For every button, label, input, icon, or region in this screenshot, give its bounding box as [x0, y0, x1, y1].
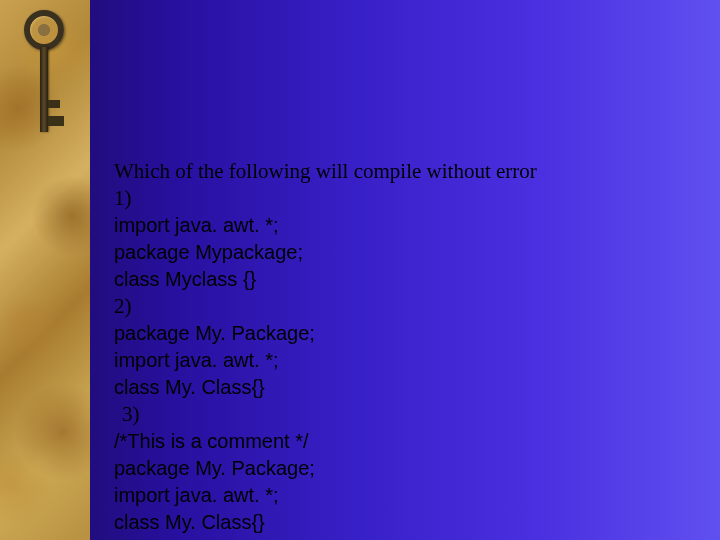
option-1-number: 1): [114, 185, 720, 212]
option-1-code-line: import java. awt. *;: [114, 212, 720, 239]
option-1-code-line: class Myclass {}: [114, 266, 720, 293]
key-icon: [24, 10, 66, 160]
option-2-code-line: import java. awt. *;: [114, 347, 720, 374]
option-1-code-line: package Mypackage;: [114, 239, 720, 266]
question-text: Which of the following will compile with…: [114, 158, 720, 185]
option-3-code-line: package My. Package;: [114, 455, 720, 482]
option-3-code-line: class My. Class{}: [114, 509, 720, 536]
option-3-number: 3): [114, 401, 720, 428]
slide: Which of the following will compile with…: [0, 0, 720, 540]
option-2-number: 2): [114, 293, 720, 320]
option-2-code-line: package My. Package;: [114, 320, 720, 347]
option-3-code-line: import java. awt. *;: [114, 482, 720, 509]
option-3-code-line: /*This is a comment */: [114, 428, 720, 455]
option-2-code-line: class My. Class{}: [114, 374, 720, 401]
sidebar-texture: [0, 0, 90, 540]
slide-content: Which of the following will compile with…: [90, 0, 720, 540]
